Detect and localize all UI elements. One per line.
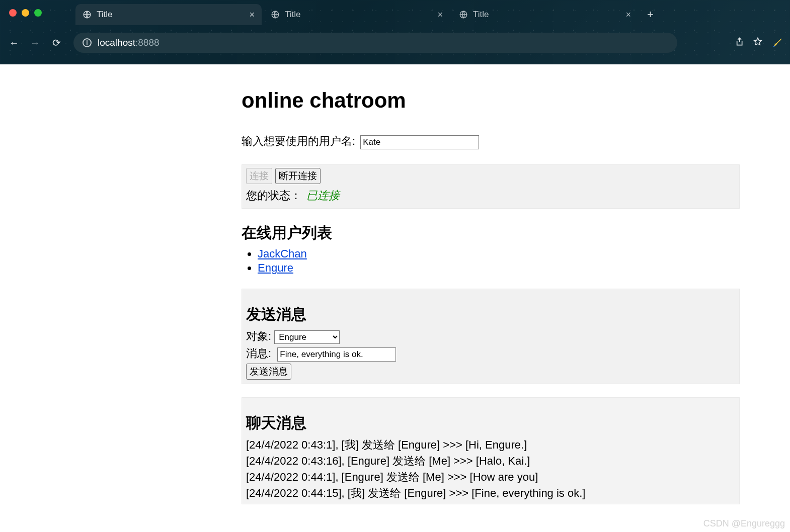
connect-button[interactable]: 连接 [246,168,272,184]
share-icon[interactable] [734,37,744,49]
chat-heading: 聊天消息 [246,413,735,433]
browser-tab-3[interactable]: Title × [452,4,638,25]
browser-chrome: Title × Title × Title × + ← → ⟳ i localh… [0,0,790,64]
bookmark-star-icon[interactable] [753,37,763,49]
connection-panel: 连接 断开连接 您的状态： 已连接 [242,164,740,209]
back-button[interactable]: ← [7,37,21,49]
message-label: 消息: [246,347,271,360]
browser-tab-2[interactable]: Title × [264,4,450,25]
user-link[interactable]: Engure [258,261,293,274]
disconnect-button[interactable]: 断开连接 [275,168,321,184]
address-bar[interactable]: i localhost:8888 [73,33,677,53]
toolbar-actions [734,37,783,49]
window-controls [9,9,42,17]
page-content: online chatroom 输入想要使用的用户名: 连接 断开连接 您的状态… [0,64,790,504]
user-link[interactable]: JackChan [258,247,307,260]
new-tab-button[interactable]: + [640,8,661,21]
tab-label: Title [97,10,113,20]
chat-message: [24/4/2022 0:43:1], [我] 发送给 [Engure] >>>… [246,437,735,453]
chat-message: [24/4/2022 0:44:15], [我] 发送给 [Engure] >>… [246,486,735,501]
message-input[interactable] [277,347,396,362]
globe-icon [459,10,468,19]
page-title: online chatroom [242,88,790,113]
status-value: 已连接 [306,189,340,202]
close-icon[interactable]: × [249,10,255,20]
message-row: 消息: [246,346,735,362]
send-panel: 发送消息 对象: Engure 消息: 发送消息 [242,289,740,384]
address-host: localhost [98,37,135,48]
tab-strip: Title × Title × Title × + [75,4,661,25]
address-port: :8888 [135,37,160,48]
chat-message: [24/4/2022 0:43:16], [Engure] 发送给 [Me] >… [246,454,735,469]
close-icon[interactable]: × [437,10,443,20]
list-item: JackChan [258,247,790,260]
window-minimize-button[interactable] [22,9,29,17]
username-row: 输入想要使用的用户名: [242,134,790,149]
send-heading: 发送消息 [246,304,735,325]
list-item: Engure [258,261,790,275]
window-close-button[interactable] [9,9,17,17]
status-line: 您的状态： 已连接 [246,188,735,203]
browser-tab-1[interactable]: Title × [75,4,262,25]
messages-list: [24/4/2022 0:43:1], [我] 发送给 [Engure] >>>… [246,437,735,501]
online-users-heading: 在线用户列表 [242,223,790,243]
toolbar: ← → ⟳ i localhost:8888 [0,28,790,57]
send-button[interactable]: 发送消息 [246,364,291,380]
tab-label: Title [285,10,301,20]
target-select[interactable]: Engure [274,330,340,344]
reload-button[interactable]: ⟳ [49,37,63,49]
target-row: 对象: Engure [246,329,735,344]
forward-button[interactable]: → [28,37,42,49]
chat-message: [24/4/2022 0:44:1], [Engure] 发送给 [Me] >>… [246,470,735,485]
close-icon[interactable]: × [625,10,631,20]
target-label: 对象: [246,330,271,342]
globe-icon [271,10,280,19]
online-users-list: JackChan Engure [242,247,790,275]
messages-panel: 聊天消息 [24/4/2022 0:43:1], [我] 发送给 [Engure… [242,397,740,504]
site-info-icon[interactable]: i [83,38,92,47]
username-label: 输入想要使用的用户名: [242,135,355,147]
window-maximize-button[interactable] [34,9,42,17]
extension-brush-icon[interactable] [772,37,783,48]
globe-icon [83,10,92,19]
username-input[interactable] [360,135,479,149]
tab-label: Title [473,10,489,20]
status-label: 您的状态： [246,189,301,202]
